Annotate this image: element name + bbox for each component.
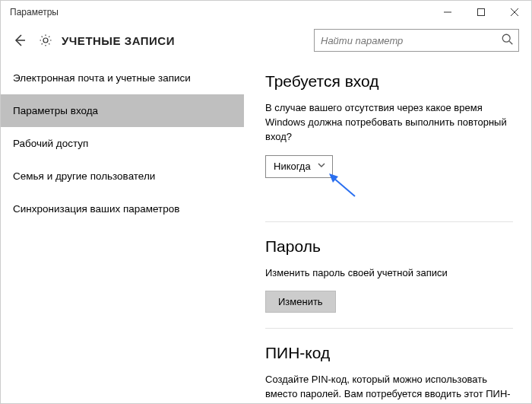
gear-icon	[39, 33, 52, 47]
pin-description: Создайте PIN-код, который можно использо…	[265, 373, 513, 404]
sidebar: Электронная почта и учетные записи Парам…	[1, 57, 244, 404]
sidebar-item-work-access[interactable]: Рабочий доступ	[1, 127, 244, 160]
require-signin-combo[interactable]: Никогда	[265, 155, 333, 178]
search-box[interactable]	[314, 29, 519, 52]
sidebar-item-family-users[interactable]: Семья и другие пользователи	[1, 160, 244, 192]
close-button[interactable]	[498, 1, 531, 24]
sidebar-item-signin-options[interactable]: Параметры входа	[1, 94, 244, 127]
svg-point-5	[502, 34, 510, 42]
maximize-icon	[477, 8, 485, 16]
sidebar-item-email-accounts[interactable]: Электронная почта и учетные записи	[1, 62, 244, 94]
separator	[265, 328, 513, 329]
sidebar-item-label: Семья и другие пользователи	[13, 170, 155, 182]
minimize-button[interactable]	[431, 1, 464, 24]
section-heading-password: Пароль	[265, 237, 513, 256]
svg-line-6	[509, 41, 512, 44]
sidebar-item-label: Электронная почта и учетные записи	[13, 72, 191, 84]
section-heading-pin: ПИН-код	[265, 344, 513, 362]
button-label: Изменить	[278, 296, 323, 307]
content: Требуется вход В случае вашего отсутстви…	[244, 57, 531, 404]
page-title: УЧЕТНЫЕ ЗАПИСИ	[62, 34, 175, 47]
sidebar-item-label: Синхронизация ваших параметров	[13, 203, 180, 215]
search-icon	[501, 33, 515, 49]
search-input[interactable]	[314, 29, 519, 52]
body: Электронная почта и учетные записи Парам…	[1, 57, 531, 404]
window-title: Параметры	[10, 7, 59, 17]
svg-rect-1	[478, 9, 485, 16]
titlebar: Параметры	[1, 1, 531, 24]
arrow-left-icon	[12, 33, 27, 48]
change-password-button[interactable]: Изменить	[265, 291, 336, 313]
signin-description: В случае вашего отсутствия через какое в…	[265, 101, 513, 145]
separator	[265, 221, 513, 222]
combo-value: Никогда	[274, 161, 311, 172]
header: УЧЕТНЫЕ ЗАПИСИ	[1, 24, 531, 57]
sidebar-item-label: Рабочий доступ	[13, 138, 88, 149]
annotation-arrow	[329, 173, 531, 202]
password-description: Изменить пароль своей учетной записи	[265, 266, 513, 281]
minimize-icon	[444, 8, 451, 16]
maximize-button[interactable]	[464, 1, 498, 24]
svg-line-7	[334, 178, 355, 196]
settings-icon	[37, 32, 54, 49]
close-icon	[511, 8, 518, 16]
back-button[interactable]	[8, 29, 31, 52]
sidebar-item-sync-settings[interactable]: Синхронизация ваших параметров	[1, 192, 244, 225]
section-heading-signin: Требуется вход	[265, 72, 513, 91]
sidebar-item-label: Параметры входа	[13, 105, 98, 116]
chevron-down-icon	[317, 161, 326, 172]
